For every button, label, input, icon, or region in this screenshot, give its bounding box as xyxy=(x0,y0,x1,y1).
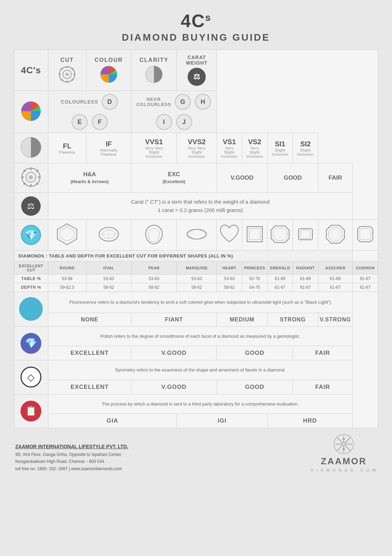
footer-right: ZAAMOR D I A M O N D S . C O M xyxy=(311,434,377,472)
depth-pct-label: DEPTH % xyxy=(14,283,48,292)
table-section-title-row: DIAMONDS : TABLE AND DEPTH FOR EXCELLENT… xyxy=(14,251,378,262)
zaamor-brand: ZAAMOR xyxy=(321,456,367,467)
cert-desc: The process by which a diamond is sent t… xyxy=(54,397,347,411)
svg-marker-42 xyxy=(271,226,289,243)
carat-weight-icon-cell: ⚖ xyxy=(14,193,48,220)
col-radiant: RADIANT xyxy=(293,262,318,275)
shape-round xyxy=(48,220,86,251)
table-princess: 62-70 xyxy=(242,275,267,283)
symmetry-desc: Symmetry refers to the exactness of the … xyxy=(54,363,347,377)
clarity-half-icon xyxy=(20,137,42,158)
fourcS-label: 4C's xyxy=(14,50,48,91)
clarity-grades-row: FL Flawless IF Internally Flawless VVS1 … xyxy=(14,133,378,163)
sym-good: GOOD xyxy=(217,380,293,394)
clarity-vs1: VS1 VerySlightInclusion xyxy=(217,133,242,163)
sym-vgood: V.GOOD xyxy=(131,380,217,394)
clarity-vs2: VS2 VerySlightInclusion xyxy=(242,133,267,163)
fluor-vstrong: V.STRONG xyxy=(318,313,352,326)
table-round: 53-58 xyxy=(48,275,86,283)
fluorescence-row: Fluorescence refers to a diamond's tende… xyxy=(14,292,378,313)
cut-fair: FAIR xyxy=(318,163,352,193)
clarity-half-icon-cell xyxy=(14,133,48,163)
svg-rect-37 xyxy=(249,229,260,240)
svg-rect-50 xyxy=(360,229,371,240)
page: 4Cs DIAMOND BUYING GUIDE 4C's CUT xyxy=(0,0,392,483)
polish-vgood: V.GOOD xyxy=(131,346,217,360)
shape-princess xyxy=(242,220,267,251)
col-princess: PRINCESS xyxy=(242,262,267,275)
near-colourless-label: NEARCOLOURLESS xyxy=(136,97,171,107)
polish-desc-cell: Polish refers to the degree of smoothnes… xyxy=(48,326,352,346)
svg-marker-43 xyxy=(273,228,287,240)
colour-label: COLOUR xyxy=(95,57,123,63)
table-row: TABLE % 53-58 53-63 53-63 53-63 53-63 62… xyxy=(14,275,378,283)
address1: 9D, IIIrd Floor, Ganga Griha, Opposite t… xyxy=(15,451,128,458)
subtitle: DIAMOND BUYING GUIDE xyxy=(14,32,378,43)
cut-gear-cell xyxy=(14,163,48,193)
colourless-section: COLOURLESS D E F xyxy=(48,91,131,133)
col-round: ROUND xyxy=(48,262,86,275)
col-asscher: ASSCHER xyxy=(318,262,352,275)
fluor-medium: MEDIUM xyxy=(217,313,267,326)
table-heart: 53-63 xyxy=(217,275,242,283)
cert-gia: GIA xyxy=(48,414,177,428)
polish-grades-row: EXCELLENT V.GOOD GOOD FAIR xyxy=(14,346,378,360)
fluorescence-desc: Fluorescence refers to a diamond's tende… xyxy=(54,295,347,309)
depth-heart: 58-62 xyxy=(217,283,242,292)
colour-pie-icon xyxy=(21,101,41,122)
colour-f: F xyxy=(92,114,108,130)
colour-row: COLOURLESS D E F NEARCOLOURLESS G H I J xyxy=(14,91,378,133)
colour-j: J xyxy=(176,114,192,130)
depth-marquise: 58-62 xyxy=(177,283,217,292)
cut-ha: H&A(Hearts & Arrows) xyxy=(48,163,131,193)
svg-point-60 xyxy=(342,442,345,446)
shape-asscher xyxy=(318,220,352,251)
zaamor-logo-icon xyxy=(333,434,354,455)
depth-pear: 58-62 xyxy=(131,283,177,292)
symmetry-icon-cell: ◇ xyxy=(14,360,48,394)
cert-igi: IGI xyxy=(177,414,268,428)
clarity-vvs1: VVS1 Very VerySlightInclusion xyxy=(131,133,177,163)
depth-asscher: 61-67 xyxy=(318,283,352,292)
cut-exc: EXC(Excellent) xyxy=(131,163,217,193)
clarity-if: IF Internally Flawless xyxy=(86,133,131,163)
cut-label: CUT xyxy=(60,57,74,63)
cut-icon xyxy=(58,65,76,83)
svg-rect-36 xyxy=(247,227,262,242)
table-cushion: 61-67 xyxy=(353,275,378,283)
clarity-fl: FL Flawless xyxy=(48,133,86,163)
guide-table: 4C's CUT xyxy=(14,49,378,428)
main-title: 4Cs xyxy=(14,7,378,32)
clarity-header-cell: CLARITY xyxy=(131,50,177,91)
svg-point-2 xyxy=(65,73,69,76)
cut-grades-row: H&A(Hearts & Arrows) EXC(Excellent) V.GO… xyxy=(14,163,378,193)
colour-icon xyxy=(100,65,118,83)
depth-emerald: 61-67 xyxy=(267,283,293,292)
colour-d: D xyxy=(102,94,118,110)
carat-header-cell: CARATWEIGHT ⚖ xyxy=(177,50,217,91)
colourless-label: COLOURLESS xyxy=(61,99,98,105)
symmetry-grades-row: EXCELLENT V.GOOD GOOD FAIR xyxy=(14,380,378,394)
depth-round: 59-62.3 xyxy=(48,283,86,292)
table-asscher: 61-69 xyxy=(318,275,352,283)
table-pear: 53-63 xyxy=(131,275,177,283)
clarity-icon xyxy=(145,65,163,83)
footer: ZAAMOR INTERNATIONAL LIFESTYLE PVT. LTD.… xyxy=(14,434,378,472)
carat-text1: Carat (".CT") is a term that refers to t… xyxy=(53,198,348,206)
table-oval: 53-63 xyxy=(86,275,131,283)
polish-icon: 💎 xyxy=(21,333,41,354)
shapes-icon: 💎 xyxy=(21,225,41,245)
table-column-header-row: EXCELLENTCUT ROUND OVAL PEAR MARQUISE HE… xyxy=(14,262,378,275)
contact: toll free no: 1800- 102- 2667 | www.zaam… xyxy=(15,465,128,472)
col-emerald: EMERALD xyxy=(267,262,293,275)
svg-rect-49 xyxy=(358,227,373,242)
svg-marker-27 xyxy=(60,227,74,241)
symmetry-icon: ◇ xyxy=(21,367,41,387)
col-excellent-cut: EXCELLENTCUT xyxy=(14,262,48,275)
carat-label: CARATWEIGHT xyxy=(186,55,207,66)
symmetry-row: ◇ Symmetry refers to the exactness of th… xyxy=(14,360,378,380)
carat-text-row: ⚖ Carat (".CT") is a term that refers to… xyxy=(14,193,378,220)
carat-icon: ⚖ xyxy=(188,68,206,86)
header-row: 4C's CUT xyxy=(14,50,378,91)
brand-sub: D I A M O N D S . C O M xyxy=(311,468,377,472)
